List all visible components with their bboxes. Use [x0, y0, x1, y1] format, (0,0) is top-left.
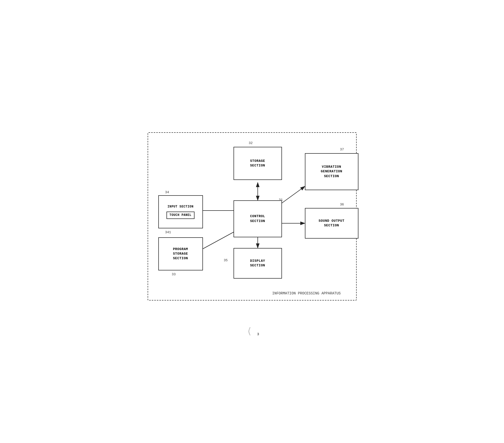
outer-boundary-box: STORAGESECTION 32 CONTROLSECTION 31 INPU… [148, 132, 357, 301]
touch-panel-label: TOUCH PANEL [166, 212, 195, 219]
program-storage-label: PROGRAMSTORAGESECTION [173, 247, 188, 261]
control-section-block: CONTROLSECTION [234, 200, 282, 237]
control-ref: 31 [279, 198, 283, 202]
main-ref-bottom: 3 [245, 328, 259, 336]
input-section-block: INPUT SECTION TOUCH PANEL [158, 195, 203, 228]
program-storage-ref: 33 [172, 272, 176, 276]
control-section-label: CONTROLSECTION [250, 214, 265, 223]
storage-ref: 32 [249, 141, 253, 145]
display-ref: 35 [224, 258, 228, 262]
storage-section-label: STORAGESECTION [250, 159, 265, 168]
sound-section-block: SOUND OUTPUTSECTION [305, 208, 358, 239]
display-section-label: DISPLAYSECTION [250, 259, 265, 268]
touch-panel-ref: 341 [165, 230, 171, 234]
sound-ref: 36 [340, 203, 344, 206]
curly-ref-line [245, 328, 255, 335]
sound-section-label: SOUND OUTPUTSECTION [319, 219, 344, 228]
apparatus-label: INFORMATION PROCESSING APPARATUS [272, 291, 341, 295]
main-ref-number: 3 [257, 332, 259, 336]
input-ref: 34 [165, 190, 169, 194]
storage-section-block: STORAGESECTION [234, 147, 282, 180]
display-section-block: DISPLAYSECTION [234, 248, 282, 279]
program-storage-block: PROGRAMSTORAGESECTION [158, 237, 203, 270]
input-section-label: INPUT SECTION [167, 205, 193, 209]
vibration-section-label: VIBRATIONGENERATIONSECTION [321, 165, 342, 179]
vibration-section-block: VIBRATIONGENERATIONSECTION [305, 153, 358, 190]
vibration-ref: 37 [340, 148, 344, 151]
page-container: STORAGESECTION 32 CONTROLSECTION 31 INPU… [137, 122, 367, 321]
